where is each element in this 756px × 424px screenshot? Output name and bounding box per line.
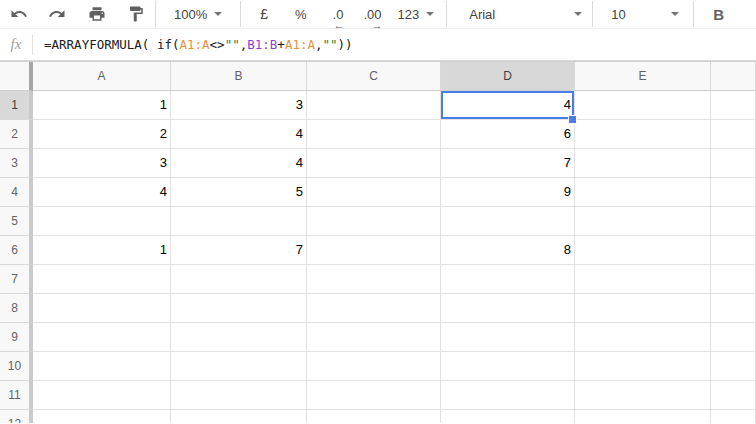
cell-b9[interactable]	[171, 323, 307, 352]
paint-format-icon[interactable]	[127, 2, 145, 26]
cell-partial-12[interactable]	[711, 410, 756, 423]
cell-a10[interactable]	[33, 352, 171, 381]
cell-c11[interactable]	[307, 381, 441, 410]
row-header-8[interactable]: 8	[0, 294, 33, 323]
column-header-d[interactable]: D	[441, 62, 575, 91]
cell-c5[interactable]	[307, 207, 441, 236]
column-header-e[interactable]: E	[575, 62, 711, 91]
cell-c4[interactable]	[307, 178, 441, 207]
cell-d6[interactable]: 8	[441, 236, 575, 265]
increase-decimal-button[interactable]: .00 →	[363, 7, 381, 22]
cell-partial-4[interactable]	[711, 178, 756, 207]
cell-partial-1[interactable]	[711, 91, 756, 120]
cell-b3[interactable]: 4	[171, 149, 307, 178]
cell-d11[interactable]	[441, 381, 575, 410]
cell-a11[interactable]	[33, 381, 171, 410]
cell-e10[interactable]	[575, 352, 711, 381]
font-family-select[interactable]: Arial	[447, 7, 592, 22]
cell-b12[interactable]	[171, 410, 307, 423]
row-header-7[interactable]: 7	[0, 265, 33, 294]
row-header-3[interactable]: 3	[0, 149, 33, 178]
row-header-10[interactable]: 10	[0, 352, 33, 381]
cell-partial-2[interactable]	[711, 120, 756, 149]
cell-e8[interactable]	[575, 294, 711, 323]
cell-d12[interactable]	[441, 410, 575, 423]
bold-button[interactable]: B	[713, 6, 724, 23]
cell-c6[interactable]	[307, 236, 441, 265]
cell-d5[interactable]	[441, 207, 575, 236]
cell-e4[interactable]	[575, 178, 711, 207]
format-currency-button[interactable]: £	[260, 6, 268, 22]
cell-d9[interactable]	[441, 323, 575, 352]
row-header-6[interactable]: 6	[0, 236, 33, 265]
font-size-select[interactable]: 10	[593, 7, 693, 22]
cell-c12[interactable]	[307, 410, 441, 423]
undo-icon[interactable]	[10, 2, 28, 26]
row-header-11[interactable]: 11	[0, 381, 33, 410]
cell-e6[interactable]	[575, 236, 711, 265]
zoom-select[interactable]: 100%	[174, 7, 222, 22]
row-header-9[interactable]: 9	[0, 323, 33, 352]
cell-partial-3[interactable]	[711, 149, 756, 178]
cell-a9[interactable]	[33, 323, 171, 352]
cell-b6[interactable]: 7	[171, 236, 307, 265]
formula-input[interactable]: =ARRAYFORMULA( if(A1:A<>"",B1:B+A1:A,"")…	[33, 37, 353, 52]
cell-c10[interactable]	[307, 352, 441, 381]
cell-c9[interactable]	[307, 323, 441, 352]
select-all-corner[interactable]	[0, 62, 33, 91]
cell-partial-7[interactable]	[711, 265, 756, 294]
cell-partial-6[interactable]	[711, 236, 756, 265]
cell-partial-8[interactable]	[711, 294, 756, 323]
cell-b7[interactable]	[171, 265, 307, 294]
cell-a8[interactable]	[33, 294, 171, 323]
cell-a1[interactable]: 1	[33, 91, 171, 120]
cell-d7[interactable]	[441, 265, 575, 294]
cell-partial-9[interactable]	[711, 323, 756, 352]
cell-c1[interactable]	[307, 91, 441, 120]
cell-partial-11[interactable]	[711, 381, 756, 410]
cell-e2[interactable]	[575, 120, 711, 149]
cell-e3[interactable]	[575, 149, 711, 178]
redo-icon[interactable]	[48, 2, 66, 26]
cell-e12[interactable]	[575, 410, 711, 423]
cell-e5[interactable]	[575, 207, 711, 236]
cell-a3[interactable]: 3	[33, 149, 171, 178]
cell-c7[interactable]	[307, 265, 441, 294]
column-header-a[interactable]: A	[33, 62, 171, 91]
cell-d2[interactable]: 6	[441, 120, 575, 149]
cell-b1[interactable]: 3	[171, 91, 307, 120]
cell-b10[interactable]	[171, 352, 307, 381]
cell-e7[interactable]	[575, 265, 711, 294]
cell-a4[interactable]: 4	[33, 178, 171, 207]
row-header-2[interactable]: 2	[0, 120, 33, 149]
cell-b11[interactable]	[171, 381, 307, 410]
cell-a5[interactable]	[33, 207, 171, 236]
row-header-12[interactable]: 12	[0, 410, 33, 423]
cell-d3[interactable]: 7	[441, 149, 575, 178]
cell-c8[interactable]	[307, 294, 441, 323]
column-header-partial[interactable]	[711, 62, 756, 91]
more-formats-button[interactable]: 123	[398, 7, 447, 22]
cell-e1[interactable]	[575, 91, 711, 120]
cell-a6[interactable]: 1	[33, 236, 171, 265]
cell-b2[interactable]: 4	[171, 120, 307, 149]
cell-a7[interactable]	[33, 265, 171, 294]
cell-b4[interactable]: 5	[171, 178, 307, 207]
cell-c2[interactable]	[307, 120, 441, 149]
cell-partial-5[interactable]	[711, 207, 756, 236]
cell-d4[interactable]: 9	[441, 178, 575, 207]
print-icon[interactable]	[88, 2, 106, 26]
row-header-1[interactable]: 1	[0, 91, 33, 120]
cell-b8[interactable]	[171, 294, 307, 323]
cell-d1[interactable]: 4	[441, 91, 575, 120]
column-header-c[interactable]: C	[307, 62, 441, 91]
decrease-decimal-button[interactable]: .0 ←	[333, 7, 344, 22]
cell-b5[interactable]	[171, 207, 307, 236]
row-header-4[interactable]: 4	[0, 178, 33, 207]
cell-d10[interactable]	[441, 352, 575, 381]
cell-partial-10[interactable]	[711, 352, 756, 381]
cell-a12[interactable]	[33, 410, 171, 423]
cell-d8[interactable]	[441, 294, 575, 323]
cell-a2[interactable]: 2	[33, 120, 171, 149]
row-header-5[interactable]: 5	[0, 207, 33, 236]
